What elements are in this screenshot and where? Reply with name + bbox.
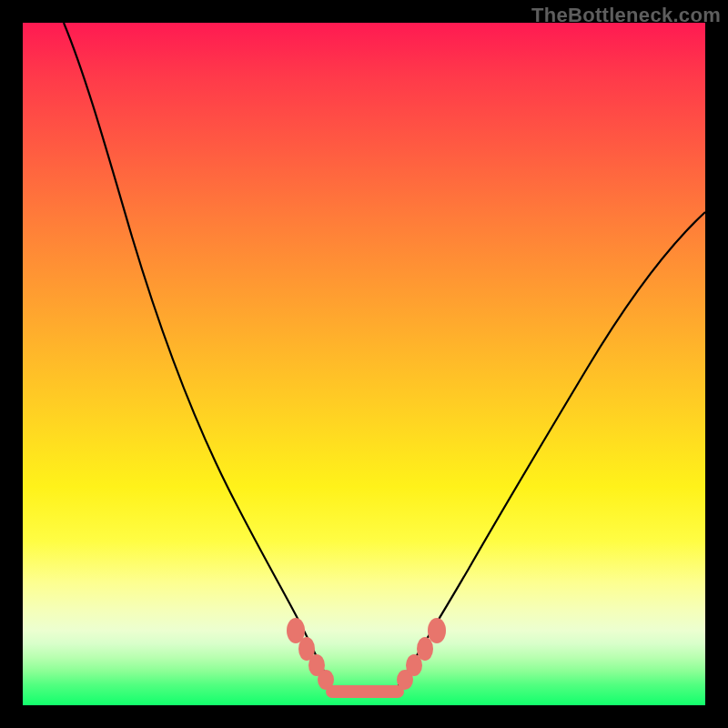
left-curve (64, 23, 332, 687)
curve-overlay (23, 23, 705, 705)
right-curve (398, 212, 705, 687)
marker-dot (428, 618, 446, 643)
gradient-plot-area (23, 23, 705, 705)
marker-dot (318, 670, 334, 690)
marker-dot (417, 637, 433, 661)
chart-frame: TheBottleneck.com (0, 0, 728, 728)
watermark-text: TheBottleneck.com (531, 4, 721, 27)
